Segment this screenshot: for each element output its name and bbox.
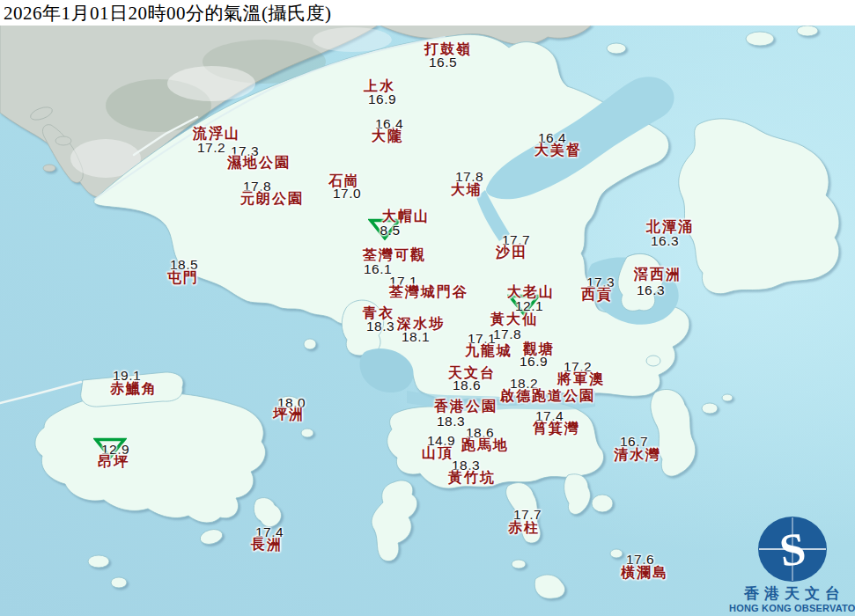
station-label: 黃大仙	[490, 312, 538, 326]
station-label: 北潭涌	[646, 220, 694, 234]
page-title: 2026年1月01日20時00分的氣溫(攝氏度)	[4, 1, 332, 26]
station-value: 16.3	[651, 234, 679, 248]
station-label: 深水埗	[397, 317, 445, 331]
station-label: 上水	[364, 79, 395, 93]
station-label: 長洲	[251, 538, 283, 552]
station-label: 觀塘	[523, 342, 555, 356]
station-label: 大帽山	[382, 209, 430, 224]
station-label: 跑馬地	[461, 438, 509, 452]
station-label: 屯門	[167, 271, 199, 285]
title-bar: 2026年1月01日20時00分的氣溫(攝氏度)	[0, 0, 855, 26]
station-label: 將軍澳	[557, 372, 605, 386]
station-value: 16.9	[368, 92, 396, 106]
station-label: 昂坪	[98, 455, 129, 469]
station-label: 橫瀾島	[621, 566, 668, 580]
station-value: 16.5	[429, 55, 457, 70]
station-value: 16.9	[520, 355, 548, 369]
station-label: 沙田	[496, 246, 527, 260]
station-label: 大埔	[451, 183, 483, 197]
station-value: 17.8	[493, 327, 521, 341]
station-label: 天文台	[448, 366, 496, 380]
station-label: 清水灣	[614, 448, 661, 462]
station-label: 大隴	[372, 129, 403, 143]
station-value: 18.1	[402, 330, 430, 344]
station-value: 16.3	[637, 283, 665, 297]
station-label: 濕地公園	[227, 156, 291, 170]
station-label: 元朗公園	[240, 192, 304, 206]
temperature-map-page: 16.5打鼓嶺16.9上水16.4大隴16.4大美督17.2流浮山17.3濕地公…	[0, 0, 855, 616]
station-label: 石崗	[328, 174, 360, 188]
station-label: 大美督	[534, 143, 582, 158]
station-value: 18.3	[366, 319, 394, 334]
station-value: 18.6	[453, 378, 481, 392]
station-label: 荃灣城門谷	[389, 285, 468, 299]
station-label: 打鼓嶺	[424, 42, 472, 56]
station-label: 山頂	[422, 446, 453, 460]
station-label: 赤鱲角	[110, 382, 158, 396]
station-value: 17.0	[333, 187, 361, 201]
station-value: 16.1	[364, 262, 392, 276]
station-label: 九龍城	[465, 344, 512, 358]
hko-logo: S 香港天文台 HONG KONG OBSERVATORY	[729, 514, 855, 616]
station-label: 啟德跑道公園	[500, 389, 595, 403]
station-label: 滘西洲	[634, 268, 682, 282]
hko-logo-en: HONG KONG OBSERVATORY	[729, 603, 855, 614]
station-label: 黃竹坑	[448, 471, 496, 485]
station-label: 坪洲	[273, 407, 305, 422]
station-label: 筲箕灣	[533, 422, 580, 436]
station-label: 西貢	[581, 288, 613, 302]
hko-logo-icon: S	[755, 514, 829, 584]
station-label: 流浮山	[193, 127, 240, 141]
station-label: 荃灣可觀	[363, 248, 426, 262]
station-value: 18.3	[437, 414, 465, 429]
station-label: 大老山	[507, 285, 555, 299]
hko-logo-zh: 香港天文台	[734, 586, 855, 603]
station-label: 赤柱	[508, 521, 540, 535]
station-label: 青衣	[363, 306, 394, 320]
stations-layer: 16.5打鼓嶺16.9上水16.4大隴16.4大美督17.2流浮山17.3濕地公…	[0, 0, 855, 616]
station-value: 8.5	[380, 224, 400, 238]
station-label: 香港公園	[434, 400, 498, 414]
station-value: 17.2	[197, 141, 225, 155]
